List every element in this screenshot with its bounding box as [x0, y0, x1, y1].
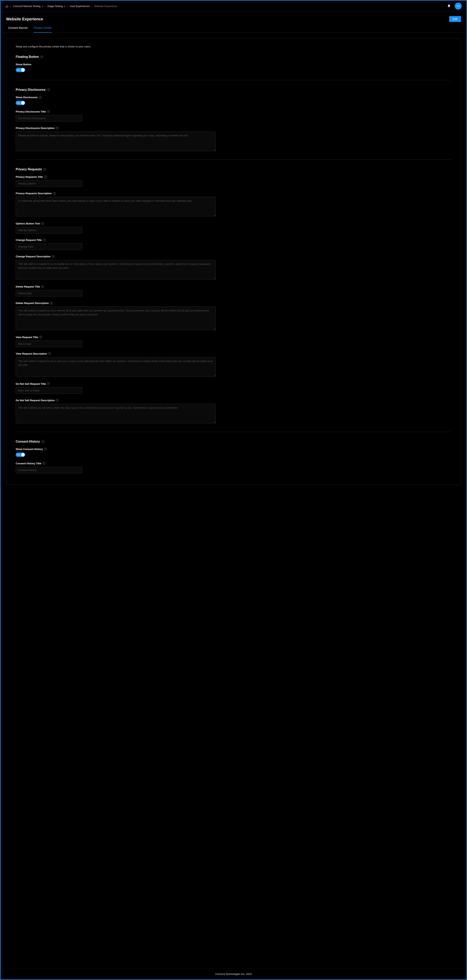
help-icon[interactable]: ? [43, 462, 45, 465]
privacy-disclosures-desc-label: Privacy Disclosures Description ? [16, 127, 451, 130]
privacy-disclosures-title-field: Privacy Disclosures Title ? [16, 110, 451, 121]
page-header: Website Experience Edit [1, 12, 466, 24]
breadcrumb-separator: / [10, 5, 11, 8]
edit-button[interactable]: Edit [449, 16, 461, 22]
options-button-text-input[interactable] [16, 227, 82, 234]
privacy-disclosures-title-input[interactable] [16, 115, 82, 121]
chevron-down-icon: ▾ [64, 5, 65, 7]
options-button-text-field: Options Button Text? [16, 222, 451, 234]
footer-text: Concord Technologies Inc. 2023 [215, 972, 252, 975]
breadcrumb-section-label: User Experiences [70, 5, 90, 8]
help-icon[interactable]: ? [50, 302, 53, 305]
toggle-state-label: On [16, 453, 20, 456]
section-floating-button-title: Floating Button [16, 55, 39, 59]
view-request-desc-textarea[interactable] [16, 357, 216, 377]
help-icon[interactable]: ? [53, 192, 56, 195]
footer: Concord Technologies Inc. 2023 [1, 969, 466, 979]
tabs: Consent Banner Privacy Center [1, 24, 466, 33]
show-button-label: Show Button [16, 63, 451, 66]
show-button-toggle[interactable]: On [16, 68, 25, 72]
help-icon[interactable]: ? [56, 127, 59, 130]
dns-request-desc-field: Do Not Sell Request Description? [16, 399, 451, 424]
privacy-requests-title-input[interactable] [16, 180, 82, 187]
topbar: / Concord Manual Testing ▾ / Stage-Testi… [1, 1, 466, 12]
change-request-desc-field: Change Request Description? [16, 255, 451, 280]
privacy-requests-desc-textarea[interactable] [16, 197, 216, 216]
breadcrumb-current-label: Website Experience [94, 5, 117, 8]
show-button-field: Show Button On [16, 63, 451, 72]
avatar-initials: TO [456, 5, 460, 8]
change-request-desc-textarea[interactable] [16, 260, 216, 280]
breadcrumb-org[interactable]: Concord Manual Testing ▾ [13, 5, 43, 8]
intro-text: Setup and configure the privacy center t… [16, 45, 451, 48]
section-divider [16, 80, 451, 80]
delete-request-desc-textarea[interactable] [16, 307, 216, 330]
privacy-disclosures-desc-textarea[interactable] [16, 132, 216, 151]
privacy-requests-desc-field: Privacy Requests Description? [16, 192, 451, 217]
notification-bell-icon[interactable] [447, 4, 451, 8]
breadcrumb-section[interactable]: User Experiences [70, 5, 90, 8]
help-icon[interactable]: ? [39, 336, 42, 339]
dns-request-title-field: Do Not Sell Request Title? [16, 382, 451, 394]
toggle-knob [21, 453, 25, 457]
section-consent-history-header: Consent History ? [16, 440, 451, 443]
breadcrumb: / Concord Manual Testing ▾ / Stage-Testi… [5, 5, 117, 8]
content: Setup and configure the privacy center t… [1, 33, 466, 969]
section-consent-history-title: Consent History [16, 440, 40, 443]
dns-request-title-input[interactable] [16, 387, 82, 394]
section-privacy-requests-header: Privacy Requests ? [16, 167, 451, 171]
breadcrumb-current: Website Experience [94, 5, 117, 8]
view-request-title-field: View Request Title? [16, 336, 451, 347]
help-icon[interactable]: ? [47, 382, 50, 385]
help-icon[interactable]: ? [41, 285, 44, 288]
breadcrumb-separator: / [92, 5, 92, 8]
help-icon[interactable]: ? [41, 222, 44, 225]
help-icon[interactable]: ? [44, 176, 47, 178]
section-floating-button-header: Floating Button ? [16, 55, 451, 59]
help-icon[interactable]: ? [39, 96, 41, 99]
tab-consent-banner[interactable]: Consent Banner [8, 24, 28, 33]
view-request-desc-field: View Request Description? [16, 352, 451, 377]
delete-request-title-input[interactable] [16, 290, 82, 296]
privacy-disclosures-title-label: Privacy Disclosures Title ? [16, 110, 451, 113]
view-request-title-input[interactable] [16, 340, 82, 347]
help-icon[interactable]: ? [41, 440, 44, 443]
chevron-down-icon: ▾ [42, 5, 43, 7]
home-icon[interactable] [5, 5, 8, 8]
help-icon[interactable]: ? [47, 110, 50, 113]
tab-privacy-center[interactable]: Privacy Center [34, 24, 52, 33]
help-icon[interactable]: ? [40, 56, 43, 58]
breadcrumb-stage[interactable]: Stage-Testing ▾ [47, 5, 65, 8]
help-icon[interactable]: ? [48, 352, 51, 355]
consent-history-title-input[interactable] [16, 467, 82, 473]
help-icon[interactable]: ? [47, 88, 50, 91]
help-icon[interactable]: ? [56, 399, 59, 402]
toggle-knob [21, 68, 25, 72]
show-disclosures-label: Show Disclosures ? [16, 96, 451, 99]
help-icon[interactable]: ? [52, 255, 54, 258]
show-disclosures-field: Show Disclosures ? On [16, 96, 451, 105]
section-divider [16, 159, 451, 160]
dns-request-desc-textarea[interactable] [16, 404, 216, 423]
user-avatar[interactable]: TO [455, 3, 462, 10]
breadcrumb-separator: / [67, 5, 68, 8]
show-consent-history-field: Show Consent History? On [16, 448, 451, 457]
help-icon[interactable]: ? [43, 168, 46, 171]
breadcrumb-org-label: Concord Manual Testing [13, 5, 41, 8]
breadcrumb-stage-label: Stage-Testing [47, 5, 63, 8]
privacy-disclosures-desc-field: Privacy Disclosures Description ? [16, 127, 451, 152]
change-request-title-input[interactable] [16, 243, 82, 250]
help-icon[interactable]: ? [43, 239, 46, 242]
toggle-knob [21, 101, 25, 105]
section-privacy-requests-title: Privacy Requests [16, 167, 42, 171]
section-divider [16, 432, 451, 432]
delete-request-desc-field: Delete Request Description? [16, 302, 451, 331]
privacy-requests-title-field: Privacy Requests Title? [16, 175, 451, 187]
show-consent-history-toggle[interactable]: On [16, 453, 25, 457]
change-request-title-field: Change Request Title? [16, 239, 451, 250]
help-icon[interactable]: ? [44, 448, 47, 450]
consent-history-title-field: Consent History Title? [16, 462, 451, 473]
show-disclosures-toggle[interactable]: On [16, 101, 25, 105]
panel: Setup and configure the privacy center t… [6, 38, 461, 485]
breadcrumb-separator: / [45, 5, 46, 8]
